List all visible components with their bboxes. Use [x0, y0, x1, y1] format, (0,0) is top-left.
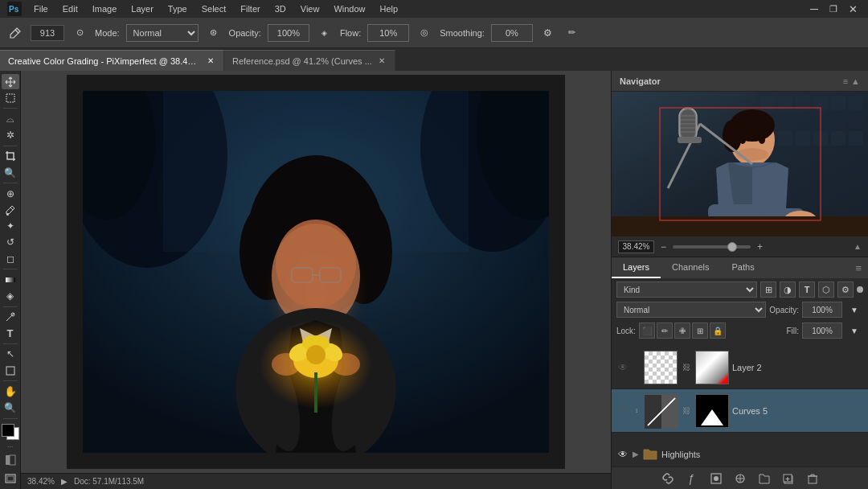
menu-3d[interactable]: 3D [268, 2, 293, 15]
layers-panel-menu-icon[interactable]: ≡ [849, 262, 868, 274]
tab-paths[interactable]: Paths [721, 257, 766, 278]
menu-layer[interactable]: Layer [125, 2, 160, 15]
add-layer-mask-button[interactable] [707, 470, 725, 487]
zoom-plus-icon[interactable]: + [757, 241, 763, 253]
crop-tool[interactable] [2, 149, 19, 164]
lasso-tool[interactable]: ⌓ [2, 111, 19, 126]
navigator-panel-menu-icon[interactable]: ≡ [843, 76, 848, 86]
layer-item-curves5[interactable]: 👁 ↕ ⛓ [612, 389, 868, 433]
history-brush-tool[interactable]: ↺ [2, 235, 19, 250]
layer2-chain-icon[interactable]: ⛓ [681, 362, 692, 373]
airbrush-icon[interactable]: ◎ [416, 24, 433, 42]
tab-main-close[interactable]: ✕ [206, 56, 215, 66]
menu-type[interactable]: Type [162, 2, 194, 15]
shape-filter-icon[interactable]: ⬡ [818, 281, 834, 298]
type-filter-icon[interactable]: T [799, 281, 815, 298]
menu-view[interactable]: View [294, 2, 326, 15]
navigator-zoom-handle[interactable] [727, 242, 737, 252]
zoom-minus-icon[interactable]: − [661, 241, 666, 253]
magic-wand-tool[interactable]: ✲ [2, 128, 19, 143]
fill-label-text: Fill: [786, 327, 799, 335]
navigator-zoom-input[interactable]: 38.42% [618, 240, 654, 253]
new-fill-adjustment-button[interactable] [731, 470, 749, 487]
layer2-visibility-icon[interactable]: 👁 [616, 361, 629, 374]
canvas-scroll-area[interactable] [21, 71, 611, 473]
pen-tool[interactable] [2, 309, 19, 324]
highlights-visibility-icon[interactable]: 👁 [616, 448, 629, 461]
prevent-artboard-icon[interactable]: ⊞ [692, 323, 708, 339]
adjustment-filter-icon[interactable]: ◑ [780, 281, 796, 298]
tab-layers[interactable]: Layers [612, 257, 661, 278]
type-tool[interactable]: T [2, 326, 19, 341]
tablet-pressure-icon[interactable]: ✏ [563, 24, 581, 42]
layer-fill-input[interactable]: 100% [802, 323, 842, 339]
menu-select[interactable]: Select [195, 2, 233, 15]
eyedropper-tool[interactable]: 🔍 [2, 165, 19, 180]
layer-fill-arrow[interactable]: ▼ [845, 322, 863, 339]
brush-settings-icon[interactable]: ⊙ [71, 24, 88, 42]
tab-reference-document[interactable]: Reference.psd @ 41.2% (Curves ... ✕ [224, 50, 395, 71]
window-restore-button[interactable]: ❐ [825, 0, 842, 18]
window-close-button[interactable]: ✕ [844, 0, 862, 18]
healing-brush-tool[interactable]: ⊕ [2, 186, 19, 201]
layer-opacity-input[interactable]: 100% [802, 302, 842, 318]
screen-mode-button[interactable] [2, 471, 19, 486]
color-swatches[interactable] [2, 424, 19, 439]
menu-filter[interactable]: Filter [234, 2, 266, 15]
gradient-tool[interactable] [2, 272, 19, 287]
quick-mask-button[interactable] [2, 453, 19, 468]
navigator-collapse-icon[interactable]: ▲ [851, 76, 860, 86]
layer-item-layer2[interactable]: 👁 ⛓ Layer 2 [612, 346, 868, 389]
pressure-opacity-icon[interactable]: ⊛ [205, 24, 223, 42]
link-layers-button[interactable] [659, 470, 677, 487]
new-layer-button[interactable] [780, 470, 797, 487]
navigator-panel-collapse[interactable]: ▲ [854, 242, 862, 251]
layer-item-highlights[interactable]: 👁 ▶ Highlights [612, 433, 868, 466]
curves5-visibility-icon[interactable]: 👁 [616, 405, 629, 417]
menu-image[interactable]: Image [86, 2, 124, 15]
navigator-zoom-slider[interactable] [673, 245, 751, 249]
menu-help[interactable]: Help [374, 2, 405, 15]
add-layer-style-button[interactable]: ƒ [683, 470, 701, 487]
hand-tool[interactable]: ✋ [2, 384, 19, 399]
clone-stamp-tool[interactable]: ✦ [2, 219, 19, 234]
shape-tool[interactable] [2, 363, 19, 378]
delete-layer-button[interactable] [804, 470, 821, 487]
menu-edit[interactable]: Edit [56, 2, 84, 15]
pixel-filter-icon[interactable]: ⊞ [760, 281, 776, 298]
lock-all-icon[interactable]: 🔒 [710, 323, 726, 339]
menu-file[interactable]: File [27, 2, 55, 15]
opacity-jitter-icon[interactable]: ◈ [316, 24, 334, 42]
smoothing-input[interactable]: 0% [491, 24, 533, 42]
tab-reference-close[interactable]: ✕ [377, 56, 387, 66]
layer-blend-mode-select[interactable]: Normal [616, 302, 766, 318]
tab-channels[interactable]: Channels [661, 257, 720, 278]
window-minimize-button[interactable]: ─ [805, 0, 823, 18]
layer-kind-select[interactable]: Kind [616, 281, 757, 298]
tool-divider-4 [3, 269, 18, 269]
foreground-color-swatch[interactable] [2, 424, 14, 437]
smart-filter-icon[interactable]: ⚙ [837, 281, 854, 298]
smoothing-settings-icon[interactable]: ⚙ [539, 24, 557, 42]
layer-opacity-arrow[interactable]: ▼ [845, 301, 863, 318]
brush-size-input[interactable]: 913 [31, 25, 64, 41]
highlights-expand-icon[interactable]: ▶ [633, 450, 639, 458]
blur-tool[interactable]: ◈ [2, 288, 19, 303]
blend-mode-select[interactable]: Normal [126, 24, 199, 42]
move-tool[interactable] [2, 74, 19, 89]
curves5-chain-icon[interactable]: ⛓ [681, 405, 692, 417]
path-selection-tool[interactable]: ↖ [2, 347, 19, 362]
flow-input[interactable]: 10% [367, 24, 409, 42]
lock-image-pixels-icon[interactable]: ✏ [657, 323, 673, 339]
brush-tool-icon[interactable] [6, 24, 24, 42]
opacity-input[interactable]: 100% [268, 24, 309, 42]
zoom-tool[interactable]: 🔍 [2, 400, 19, 415]
lock-transparent-pixels-icon[interactable]: ⬛ [639, 323, 655, 339]
tab-main-document[interactable]: Creative Color Grading - PiXimperfect @ … [0, 50, 224, 71]
lock-position-icon[interactable]: ✙ [674, 323, 690, 339]
menu-window[interactable]: Window [327, 2, 371, 15]
new-group-button[interactable] [755, 470, 773, 487]
brush-tool[interactable] [2, 202, 19, 217]
eraser-tool[interactable]: ◻ [2, 251, 19, 266]
marquee-tool[interactable] [2, 90, 19, 105]
